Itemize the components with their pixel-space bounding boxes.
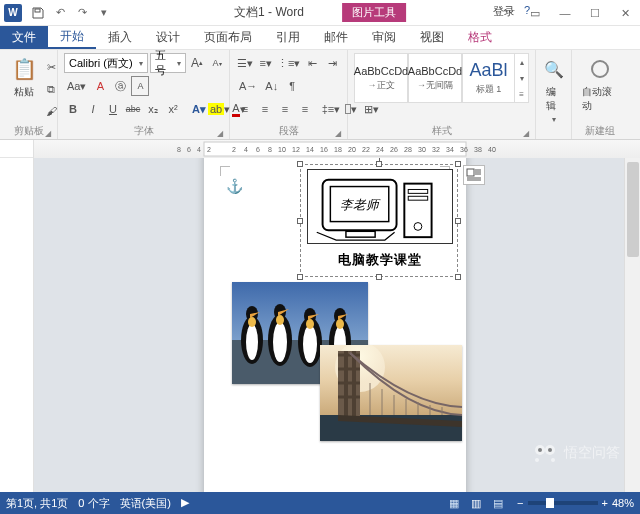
tab-mailings[interactable]: 邮件 xyxy=(312,26,360,49)
launcher-icon[interactable]: ◢ xyxy=(217,129,223,138)
resize-handle[interactable] xyxy=(455,218,461,224)
selected-picture[interactable]: 李老师 电脑教学课堂 xyxy=(300,164,458,277)
tab-view[interactable]: 视图 xyxy=(408,26,456,49)
status-language[interactable]: 英语(美国) xyxy=(120,496,171,511)
resize-handle[interactable] xyxy=(297,274,303,280)
line-spacing-button[interactable]: ‡≡▾ xyxy=(322,99,340,119)
status-words[interactable]: 0 个字 xyxy=(78,496,109,511)
style-normal[interactable]: AaBbCcDd→正文 xyxy=(354,53,408,103)
paste-button[interactable]: 📋 粘贴 xyxy=(6,53,42,121)
grow-font-button[interactable]: A▴ xyxy=(188,53,206,73)
ruler-corner[interactable] xyxy=(0,140,34,158)
multilevel-button[interactable]: ⋮≡▾ xyxy=(277,53,301,73)
svg-point-70 xyxy=(551,458,555,462)
tab-design[interactable]: 设计 xyxy=(144,26,192,49)
style-nospacing[interactable]: AaBbCcDd→无间隔 xyxy=(408,53,462,103)
show-marks-button[interactable]: ¶ xyxy=(283,76,301,96)
change-case-button[interactable]: Aa▾ xyxy=(64,76,89,96)
shrink-font-button[interactable]: A▾ xyxy=(208,53,226,73)
anchor-icon[interactable]: ⚓ xyxy=(226,178,243,194)
vertical-ruler[interactable] xyxy=(0,158,34,492)
launcher-icon[interactable]: ◢ xyxy=(45,129,51,138)
tab-layout[interactable]: 页面布局 xyxy=(192,26,264,49)
group-label-paragraph: 段落◢ xyxy=(236,122,341,138)
style-heading1[interactable]: AaBl标题 1 xyxy=(462,53,515,103)
autoscroll-icon xyxy=(586,55,614,83)
resize-handle[interactable] xyxy=(455,161,461,167)
svg-text:12: 12 xyxy=(292,146,300,153)
layout-options-button[interactable] xyxy=(463,165,485,185)
bold-button[interactable]: B xyxy=(64,99,82,119)
tab-format[interactable]: 格式 xyxy=(456,26,504,49)
sort-button[interactable]: A↓ xyxy=(262,76,281,96)
text-effects-button[interactable]: A▾ xyxy=(190,99,208,119)
zoom-slider[interactable] xyxy=(528,501,598,505)
launcher-icon[interactable]: ◢ xyxy=(523,129,529,138)
redo-icon[interactable]: ↷ xyxy=(74,5,90,21)
resize-handle[interactable] xyxy=(455,274,461,280)
print-layout-icon[interactable]: ▥ xyxy=(465,494,487,512)
restore-icon[interactable]: ▭ xyxy=(520,0,550,26)
italic-button[interactable]: I xyxy=(84,99,102,119)
scrollbar-thumb[interactable] xyxy=(627,162,639,257)
vertical-scrollbar[interactable] xyxy=(624,158,640,492)
resize-handle[interactable] xyxy=(376,161,382,167)
sup-button[interactable]: x² xyxy=(164,99,182,119)
clipart-text: 李老师 xyxy=(340,198,381,212)
maximize-icon[interactable]: ☐ xyxy=(580,0,610,26)
tab-review[interactable]: 审阅 xyxy=(360,26,408,49)
word-icon[interactable]: W xyxy=(4,4,22,22)
svg-point-45 xyxy=(303,325,317,363)
resize-handle[interactable] xyxy=(376,274,382,280)
zoom-slider-thumb[interactable] xyxy=(546,498,554,508)
svg-point-67 xyxy=(538,448,542,452)
margin-mark-icon xyxy=(220,166,230,176)
web-layout-icon[interactable]: ▤ xyxy=(487,494,509,512)
bridge-photo[interactable] xyxy=(320,345,462,441)
font-size-select[interactable]: 五号▾ xyxy=(150,53,186,73)
qat-dropdown-icon[interactable]: ▾ xyxy=(96,5,112,21)
zoom-level[interactable]: 48% xyxy=(612,497,634,509)
resize-handle[interactable] xyxy=(297,161,303,167)
resize-handle[interactable] xyxy=(297,218,303,224)
align-justify-button[interactable]: ≡ xyxy=(296,99,314,119)
zoom-in-button[interactable]: + xyxy=(602,497,608,509)
inc-indent-button[interactable]: ⇥ xyxy=(323,53,341,73)
strike-button[interactable]: abc xyxy=(124,99,142,119)
save-icon[interactable] xyxy=(30,5,46,21)
tab-insert[interactable]: 插入 xyxy=(96,26,144,49)
font-name-select[interactable]: Calibri (西文)▾ xyxy=(64,53,148,73)
dec-indent-button[interactable]: ⇤ xyxy=(303,53,321,73)
underline-button[interactable]: U xyxy=(104,99,122,119)
tab-references[interactable]: 引用 xyxy=(264,26,312,49)
styles-gallery-arrows[interactable]: ▴▾≡ xyxy=(515,53,529,103)
page: ⚓ xyxy=(204,158,466,492)
status-bar: 第1页, 共1页 0 个字 英语(美国) ▶ ▦ ▥ ▤ − + 48% xyxy=(0,492,640,514)
close-icon[interactable]: ✕ xyxy=(610,0,640,26)
editing-button[interactable]: 🔍 编辑 ▾ xyxy=(542,53,565,126)
ribbon-collapse-icon[interactable]: ⌃ xyxy=(490,0,520,26)
autoscroll-button[interactable]: 自动滚动 xyxy=(578,53,622,115)
highlight-button[interactable]: ab▾ xyxy=(210,99,228,119)
tab-home[interactable]: 开始 xyxy=(48,26,96,49)
minimize-icon[interactable]: — xyxy=(550,0,580,26)
tab-file[interactable]: 文件 xyxy=(0,26,48,49)
align-right-button[interactable]: ≡ xyxy=(276,99,294,119)
horizontal-ruler[interactable]: 8642 2468 10121416 18202224 26283032 343… xyxy=(34,140,640,158)
read-mode-icon[interactable]: ▦ xyxy=(443,494,465,512)
align-left-button[interactable]: ≡ xyxy=(236,99,254,119)
launcher-icon[interactable]: ◢ xyxy=(335,129,341,138)
ltr-button[interactable]: A→ xyxy=(236,76,260,96)
status-page[interactable]: 第1页, 共1页 xyxy=(6,496,68,511)
zoom-out-button[interactable]: − xyxy=(517,497,523,509)
watermark: 悟空问答 xyxy=(532,440,620,466)
numbering-button[interactable]: ≡▾ xyxy=(257,53,275,73)
bullets-button[interactable]: ☰▾ xyxy=(236,53,255,73)
char-border-button[interactable]: A xyxy=(131,76,149,96)
phonetic-button[interactable]: ⓐ xyxy=(111,76,129,96)
sub-button[interactable]: x₂ xyxy=(144,99,162,119)
clear-fmt-button[interactable]: A xyxy=(91,76,109,96)
status-macro-icon[interactable]: ▶ xyxy=(181,496,189,511)
align-center-button[interactable]: ≡ xyxy=(256,99,274,119)
undo-icon[interactable]: ↶ xyxy=(52,5,68,21)
